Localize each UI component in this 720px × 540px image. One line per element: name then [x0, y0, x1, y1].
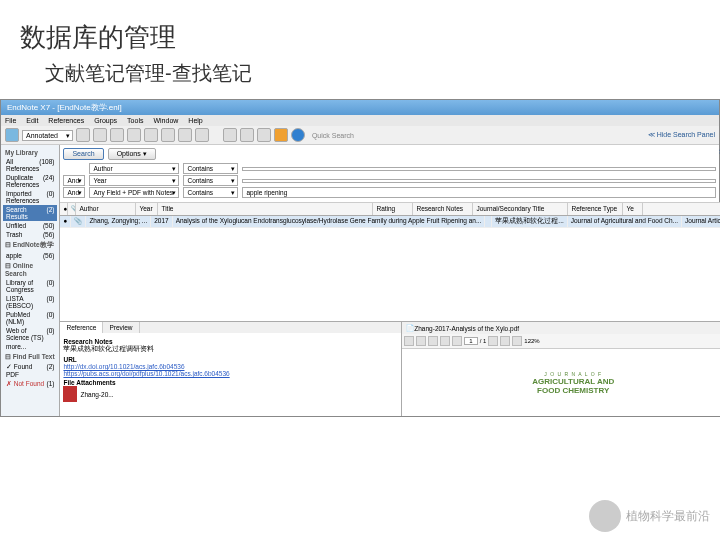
- pdf-next-icon[interactable]: [488, 336, 498, 346]
- tb-icon-7[interactable]: [178, 128, 192, 142]
- sidebar-group-apple[interactable]: apple(56): [3, 251, 57, 260]
- field-select-1[interactable]: Author: [89, 163, 179, 174]
- menu-help[interactable]: Help: [188, 117, 202, 124]
- pdf-icon: 📄: [406, 324, 414, 332]
- attach-name[interactable]: Zhang-20...: [80, 391, 113, 398]
- pdf-tab-title[interactable]: Zhang-2017-Analysis of the Xylo.pdf: [414, 325, 519, 332]
- op-select-2[interactable]: And: [63, 175, 85, 186]
- col-author[interactable]: Author: [76, 203, 136, 215]
- match-select-2[interactable]: Contains: [183, 175, 238, 186]
- menu-tools[interactable]: Tools: [127, 117, 143, 124]
- sidebar-pubmed[interactable]: PubMed (NLM)(0): [3, 310, 57, 326]
- sidebar-wos[interactable]: Web of Science (TS)(0): [3, 326, 57, 342]
- pdf-zoomout-icon[interactable]: [500, 336, 510, 346]
- tb-icon-4[interactable]: [127, 128, 141, 142]
- grid-body: ● 📎 Zhang, Zongying; ... 2017 Analysis o…: [60, 216, 720, 321]
- col-title[interactable]: Title: [158, 203, 373, 215]
- tb-icon-11[interactable]: [257, 128, 271, 142]
- sidebar-found-pdf[interactable]: ✓ Found PDF(2): [3, 362, 57, 379]
- col-journal[interactable]: Journal/Secondary Title: [473, 203, 568, 215]
- col-read[interactable]: ●: [60, 203, 68, 215]
- sidebar-unfiled[interactable]: Unfiled(50): [3, 221, 57, 230]
- sidebar-lista[interactable]: LISTA (EBSCO)(0): [3, 294, 57, 310]
- notes-label: Research Notes: [63, 338, 398, 345]
- field-select-2[interactable]: Year: [89, 175, 179, 186]
- tb-icon-10[interactable]: [240, 128, 254, 142]
- titlebar: EndNote X7 - [EndNote教学.enl]: [1, 100, 719, 115]
- journal-logo: J O U R N A L O F AGRICULTURAL AND FOOD …: [532, 371, 614, 395]
- notes-value[interactable]: 苹果成熟和软化过程调研资料: [63, 345, 398, 354]
- search-row-1: Author Contains +−: [63, 163, 720, 174]
- pdf-zoom[interactable]: 122%: [524, 338, 539, 344]
- search-panel: Search Options ▾ Search Author Contains …: [60, 145, 720, 203]
- pdf-print-icon[interactable]: [428, 336, 438, 346]
- sidebar-trash[interactable]: Trash(56): [3, 230, 57, 239]
- sidebar-imported[interactable]: Imported References(0): [3, 189, 57, 205]
- menu-window[interactable]: Window: [153, 117, 178, 124]
- tb-icon-1[interactable]: [76, 128, 90, 142]
- match-select-3[interactable]: Contains: [183, 187, 238, 198]
- pdf-prev-icon[interactable]: [452, 336, 462, 346]
- pdf-zoomin-icon[interactable]: [512, 336, 522, 346]
- tb-icon-9[interactable]: [223, 128, 237, 142]
- tb-icon-6[interactable]: [161, 128, 175, 142]
- tb-icon-2[interactable]: [93, 128, 107, 142]
- tb-icon-5[interactable]: [144, 128, 158, 142]
- grid-row[interactable]: ● 📎 Zhang, Zongying; ... 2017 Analysis o…: [60, 216, 720, 228]
- globe-icon[interactable]: [5, 128, 19, 142]
- slide-title: 数据库的管理: [0, 0, 720, 60]
- match-select-1[interactable]: Contains: [183, 163, 238, 174]
- quick-search[interactable]: Quick Search: [312, 132, 354, 139]
- sidebar-all-refs[interactable]: All References(108): [3, 157, 57, 173]
- tab-reference[interactable]: Reference: [60, 322, 103, 333]
- sidebar-not-found[interactable]: ✗ Not Found(1): [3, 379, 57, 389]
- menu-edit[interactable]: Edit: [26, 117, 38, 124]
- col-reftype[interactable]: Reference Type: [568, 203, 623, 215]
- pdf-page[interactable]: 1: [464, 337, 477, 345]
- value-input-1[interactable]: [242, 167, 716, 171]
- sidebar-dup-refs[interactable]: Duplicate References(24): [3, 173, 57, 189]
- field-select-3[interactable]: Any Field + PDF with Notes: [89, 187, 179, 198]
- menu-file[interactable]: File: [5, 117, 16, 124]
- grid-header: ● 📎 Author Year Title Rating Research No…: [60, 203, 720, 216]
- col-rating[interactable]: Rating: [373, 203, 413, 215]
- url-link-2[interactable]: https://pubs.acs.org/doi/pdfplus/10.1021…: [63, 370, 398, 377]
- pdf-email-icon[interactable]: [440, 336, 450, 346]
- pdf-icon[interactable]: [63, 386, 77, 402]
- bottom-panes: Reference Preview Research Notes 苹果成熟和软化…: [60, 321, 720, 416]
- slide-subtitle: 文献笔记管理-查找笔记: [0, 60, 720, 99]
- sidebar: My Library All References(108) Duplicate…: [1, 145, 60, 416]
- watermark-icon: [589, 500, 621, 532]
- url-link-1[interactable]: http://dx.doi.org/10.1021/acs.jafc.6b045…: [63, 363, 398, 370]
- sidebar-more[interactable]: more...: [3, 342, 57, 351]
- col-year[interactable]: Year: [136, 203, 158, 215]
- sidebar-groups-head: ⊟ EndNote教学: [3, 239, 57, 251]
- value-input-3[interactable]: apple ripening: [242, 187, 716, 198]
- pdf-page-total: / 1: [480, 338, 487, 344]
- mode-dropdown[interactable]: Annotated: [22, 130, 73, 141]
- col-yr[interactable]: Ye: [623, 203, 643, 215]
- col-notes[interactable]: Research Notes: [413, 203, 473, 215]
- value-input-2[interactable]: [242, 179, 716, 183]
- tab-preview[interactable]: Preview: [103, 322, 139, 333]
- sidebar-search-results[interactable]: Search Results(2): [3, 205, 57, 221]
- op-select-3[interactable]: And: [63, 187, 85, 198]
- endnote-window: EndNote X7 - [EndNote教学.enl] File Edit R…: [0, 99, 720, 417]
- hide-search-panel[interactable]: ≪ Hide Search Panel: [648, 131, 715, 139]
- search-button[interactable]: Search: [63, 148, 103, 160]
- tb-icon-12[interactable]: [274, 128, 288, 142]
- pdf-pane: 📄 Zhang-2017-Analysis of the Xylo.pdf 1 …: [402, 322, 720, 416]
- tb-icon-3[interactable]: [110, 128, 124, 142]
- menu-references[interactable]: References: [48, 117, 84, 124]
- col-attach[interactable]: 📎: [68, 203, 76, 215]
- sidebar-online-head: ⊟ Online Search: [3, 260, 57, 278]
- options-button[interactable]: Options ▾: [108, 148, 156, 160]
- help-icon[interactable]: [291, 128, 305, 142]
- pdf-save-icon[interactable]: [416, 336, 426, 346]
- tb-icon-8[interactable]: [195, 128, 209, 142]
- pdf-open-icon[interactable]: [404, 336, 414, 346]
- sidebar-loc[interactable]: Library of Congress(0): [3, 278, 57, 294]
- menu-groups[interactable]: Groups: [94, 117, 117, 124]
- window-title: EndNote X7 - [EndNote教学.enl]: [7, 102, 122, 113]
- pdf-viewer[interactable]: J O U R N A L O F AGRICULTURAL AND FOOD …: [402, 349, 720, 416]
